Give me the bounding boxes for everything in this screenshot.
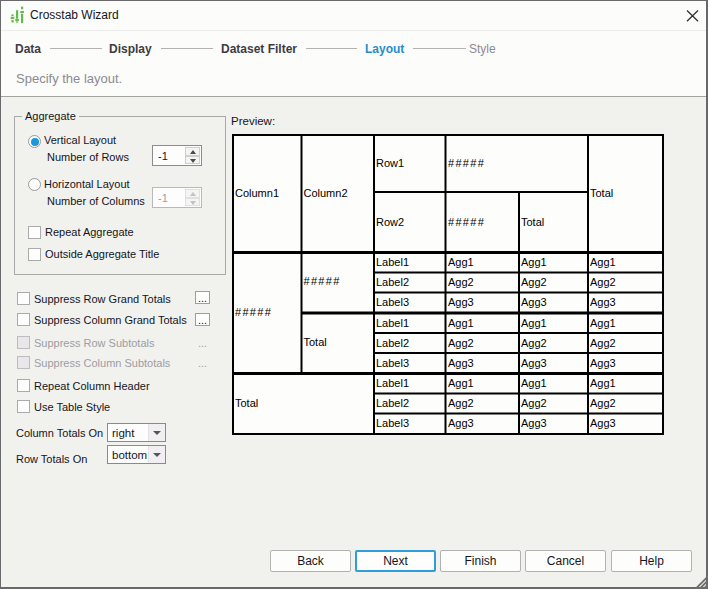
svg-text:Agg3: Agg3 [448,417,474,429]
svg-text:Agg1: Agg1 [448,256,474,268]
svg-text:Agg2: Agg2 [448,337,474,349]
svg-text:Agg1: Agg1 [590,256,616,268]
svg-text:Agg2: Agg2 [521,397,547,409]
svg-text:Agg3: Agg3 [521,417,547,429]
svg-text:Agg1: Agg1 [590,377,616,389]
svg-text:Agg2: Agg2 [590,337,616,349]
svg-text:Agg3: Agg3 [590,357,616,369]
svg-text:Total: Total [521,216,544,228]
svg-text:#####: ##### [448,157,485,169]
svg-text:Label3: Label3 [376,417,409,429]
svg-text:Agg3: Agg3 [590,417,616,429]
svg-text:Agg1: Agg1 [448,377,474,389]
svg-text:Label3: Label3 [376,296,409,308]
svg-text:Agg3: Agg3 [448,296,474,308]
svg-text:Agg1: Agg1 [521,256,547,268]
svg-text:Total: Total [590,187,613,199]
svg-text:Column2: Column2 [304,187,348,199]
svg-text:Agg3: Agg3 [521,296,547,308]
svg-text:Row1: Row1 [376,157,404,169]
svg-text:Label1: Label1 [376,317,409,329]
svg-text:Agg3: Agg3 [590,296,616,308]
svg-text:Agg1: Agg1 [521,377,547,389]
svg-text:Agg2: Agg2 [448,276,474,288]
svg-text:Agg1: Agg1 [521,317,547,329]
svg-text:Agg1: Agg1 [590,317,616,329]
svg-text:Agg3: Agg3 [521,357,547,369]
svg-text:Label2: Label2 [376,397,409,409]
svg-text:Label3: Label3 [376,357,409,369]
svg-text:Agg2: Agg2 [590,397,616,409]
svg-text:#####: ##### [235,306,272,318]
svg-text:Agg1: Agg1 [448,317,474,329]
svg-text:#####: ##### [304,275,341,287]
svg-text:Column1: Column1 [235,187,279,199]
svg-text:Agg2: Agg2 [590,276,616,288]
svg-text:Label1: Label1 [376,256,409,268]
svg-text:Row2: Row2 [376,216,404,228]
svg-text:#####: ##### [448,216,485,228]
svg-text:Total: Total [304,336,327,348]
svg-text:Label2: Label2 [376,337,409,349]
svg-text:Agg2: Agg2 [448,397,474,409]
svg-text:Label1: Label1 [376,377,409,389]
svg-text:Agg2: Agg2 [521,276,547,288]
svg-text:Total: Total [235,397,258,409]
svg-text:Agg3: Agg3 [448,357,474,369]
svg-text:Label2: Label2 [376,276,409,288]
svg-text:Agg2: Agg2 [521,337,547,349]
